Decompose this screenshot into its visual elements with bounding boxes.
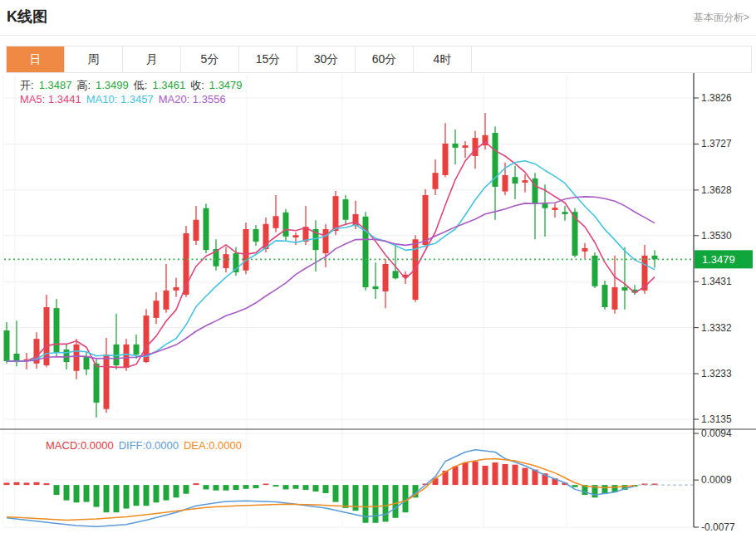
- ma20-legend: MA20: 1.3556: [159, 93, 226, 105]
- dea-value: DEA:0.0000: [184, 439, 242, 452]
- svg-text:1.3479: 1.3479: [702, 253, 735, 266]
- svg-text:1.3530: 1.3530: [701, 230, 732, 242]
- fundamental-analysis-link[interactable]: 基本面分析>: [694, 11, 749, 25]
- tab-月[interactable]: 月: [123, 46, 181, 72]
- diff-value: DIFF:0.0000: [119, 439, 179, 452]
- svg-text:1.3826: 1.3826: [701, 92, 732, 104]
- ohlc-legend: 开:1.3487高:1.3499低:1.3461收:1.3479: [20, 78, 248, 93]
- low-label: 低:: [134, 79, 148, 91]
- ma-legend: MA5: 1.3441MA10: 1.3457MA20: 1.3556: [20, 93, 231, 105]
- kline-chart-canvas[interactable]: 1.38261.37271.36281.35301.34311.33321.32…: [0, 73, 756, 538]
- ma5-line: [7, 142, 655, 367]
- grid-layer: [3, 75, 694, 527]
- chart-area: 开:1.3487高:1.3499低:1.3461收:1.3479 MA5: 1.…: [0, 73, 756, 538]
- svg-text:1.3431: 1.3431: [701, 276, 732, 287]
- high-value: 1.3499: [96, 79, 129, 91]
- high-label: 高:: [76, 79, 91, 91]
- ma5-legend: MA5: 1.3441: [20, 93, 81, 105]
- open-label: 开:: [20, 79, 34, 91]
- ma10-legend: MA10: 1.3457: [86, 93, 154, 105]
- tab-5分[interactable]: 5分: [181, 46, 239, 72]
- macd-axis: 0.00940.0009-0.0077: [694, 428, 735, 533]
- tab-30分[interactable]: 30分: [297, 46, 356, 72]
- kline-widget: { "header": { "title": "K线图", "link": "基…: [0, 0, 756, 538]
- macd-histogram: [4, 462, 658, 523]
- page-title: K线图: [7, 7, 47, 27]
- macd-legend: MACD:0.0000DIFF:0.0000DEA:0.0000: [46, 439, 247, 452]
- tab-日[interactable]: 日: [7, 46, 65, 72]
- header-divider: [0, 35, 756, 36]
- diff-line: [7, 450, 635, 527]
- macd-value: MACD:0.0000: [46, 439, 114, 452]
- tab-4时[interactable]: 4时: [414, 46, 472, 72]
- close-value: 1.3479: [209, 79, 243, 91]
- svg-text:1.3332: 1.3332: [701, 322, 732, 334]
- tab-60分[interactable]: 60分: [356, 46, 414, 72]
- svg-text:0.0009: 0.0009: [701, 474, 732, 486]
- tab-15分[interactable]: 15分: [239, 46, 297, 72]
- open-value: 1.3487: [39, 79, 72, 91]
- candles-layer: [4, 113, 658, 418]
- close-label: 收:: [190, 79, 204, 91]
- period-tabbar: 日周月5分15分30分60分4时: [6, 46, 752, 73]
- svg-text:1.3135: 1.3135: [701, 413, 732, 425]
- svg-text:1.3628: 1.3628: [701, 184, 732, 196]
- svg-text:-0.0077: -0.0077: [701, 521, 735, 533]
- ma20-line: [7, 197, 655, 361]
- current-price-badge: 1.3479: [695, 250, 753, 268]
- dea-line: [7, 458, 635, 520]
- svg-text:1.3727: 1.3727: [701, 138, 732, 149]
- ma10-line: [7, 161, 655, 361]
- svg-text:1.3233: 1.3233: [701, 368, 732, 379]
- tab-周[interactable]: 周: [65, 46, 123, 72]
- low-value: 1.3461: [152, 79, 185, 91]
